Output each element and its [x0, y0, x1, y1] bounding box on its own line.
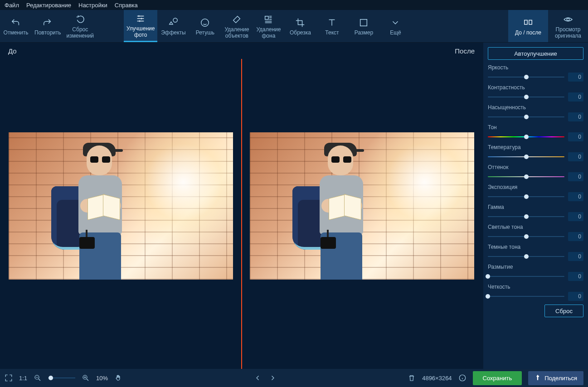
pane-before[interactable]: До [0, 43, 242, 369]
save-button[interactable]: Сохранить [473, 371, 522, 385]
tool-text[interactable]: Текст [316, 10, 348, 42]
tool-objremove[interactable]: Удалениеобъектов [221, 10, 253, 42]
tool-crop[interactable]: Обрезка [284, 10, 316, 42]
undo-icon [11, 18, 21, 28]
slider-saturation-track[interactable] [488, 115, 564, 119]
tool-enhance-label: Улучшениефото [126, 26, 155, 39]
slider-sharpness-track[interactable] [488, 294, 564, 299]
compare-divider[interactable] [241, 59, 242, 369]
menu-2[interactable]: Настройки [78, 2, 107, 9]
slider-exposure: Экспозиция0 [488, 184, 583, 201]
slider-contrast-track[interactable] [488, 95, 564, 99]
fullscreen-icon [5, 374, 13, 382]
slider-blur-track[interactable] [488, 274, 564, 279]
compare-icon [523, 18, 533, 28]
delete-button[interactable] [408, 374, 416, 382]
dimensions: 4896×3264 [422, 375, 452, 382]
menu-1[interactable]: Редактирование [26, 2, 71, 9]
zoom-out-button[interactable] [34, 374, 42, 382]
slider-temperature-track[interactable] [488, 155, 564, 159]
slider-gamma-value[interactable]: 0 [568, 212, 583, 221]
tool-crop-label: Обрезка [290, 30, 311, 36]
tool-original[interactable]: Просмотроригинала [548, 10, 588, 42]
slider-hue: Тон0 [488, 124, 583, 141]
slider-brightness-track[interactable] [488, 75, 564, 79]
label-before: До [8, 47, 17, 55]
sliders-icon [136, 14, 146, 24]
tool-original-label: Просмотроригинала [555, 27, 581, 39]
slider-saturation-value[interactable]: 0 [568, 112, 583, 121]
slider-blur: Размытие0 [488, 264, 583, 281]
tool-retouch[interactable]: Ретушь [189, 10, 221, 42]
eraser-icon [232, 15, 242, 24]
tool-beforeafter[interactable]: До / после [508, 10, 548, 42]
slider-hue-track[interactable] [488, 135, 564, 139]
photo-before [9, 132, 233, 280]
slider-tint-track[interactable] [488, 174, 564, 179]
slider-exposure-track[interactable] [488, 194, 564, 199]
tool-more[interactable]: Ещё [379, 10, 411, 42]
slider-blur-label: Размытие [488, 264, 583, 270]
tool-reset[interactable]: Сбросизменений [64, 10, 97, 42]
auto-enhance-button[interactable]: Автоулучшение [488, 47, 583, 60]
slider-highlights-value[interactable]: 0 [568, 232, 583, 241]
toolbar: ОтменитьПовторитьСбросизменений Улучшени… [0, 10, 588, 43]
slider-brightness-value[interactable]: 0 [568, 73, 583, 82]
slider-contrast-value[interactable]: 0 [568, 92, 583, 102]
menubar: ФайлРедактированиеНастройкиСправка [0, 0, 588, 10]
label-after: После [455, 47, 475, 55]
slider-exposure-value[interactable]: 0 [568, 192, 583, 201]
slider-hue-value[interactable]: 0 [568, 132, 583, 141]
tool-enhance[interactable]: Улучшениефото [124, 10, 157, 42]
tool-beforeafter-label: До / после [515, 30, 541, 36]
slider-gamma-track[interactable] [488, 214, 564, 219]
facebook-icon [535, 375, 541, 381]
workspace: До После [0, 43, 483, 369]
slider-shadows-track[interactable] [488, 254, 564, 259]
slider-tint: Оттенок0 [488, 164, 583, 181]
effects-icon [168, 18, 178, 28]
slider-brightness: Яркость0 [488, 64, 583, 82]
tool-redo[interactable]: Повторить [32, 10, 64, 42]
slider-sharpness-value[interactable]: 0 [568, 292, 583, 301]
slider-tint-value[interactable]: 0 [568, 172, 583, 181]
redo-icon [43, 18, 53, 28]
tool-retouch-label: Ретушь [196, 30, 214, 36]
menu-3[interactable]: Справка [115, 2, 138, 9]
menu-0[interactable]: Файл [5, 2, 19, 9]
tool-reset-label: Сбросизменений [67, 27, 94, 39]
pan-button[interactable] [114, 374, 122, 382]
slider-highlights-track[interactable] [488, 234, 564, 239]
resize-icon [359, 18, 369, 28]
zoom-in-button[interactable] [82, 374, 90, 382]
fullscreen-button[interactable] [5, 374, 13, 382]
share-label: Поделиться [544, 375, 577, 382]
slider-sharpness-label: Четкость [488, 284, 583, 290]
slider-sharpness: Четкость0 [488, 284, 583, 301]
tool-undo[interactable]: Отменить [0, 10, 32, 42]
slider-blur-value[interactable]: 0 [568, 272, 583, 281]
tool-resize[interactable]: Размер [348, 10, 379, 42]
prev-icon [254, 374, 262, 382]
reset-button[interactable]: Сброс [544, 305, 583, 317]
photo-after [250, 132, 474, 280]
slider-temperature-value[interactable]: 0 [568, 152, 583, 161]
share-button[interactable]: Поделиться [528, 371, 583, 385]
zoom-out-icon [34, 374, 42, 382]
statusbar: 1:1 10% 4896×3264 Сохранить Поделиться [0, 369, 588, 387]
face-icon [200, 18, 210, 28]
slider-shadows-value[interactable]: 0 [568, 252, 583, 261]
tool-bgremove-label: Удалениефона [256, 27, 281, 39]
pane-after[interactable]: После [242, 43, 483, 369]
crop-icon [295, 18, 305, 28]
slider-temperature: Температура0 [488, 144, 583, 161]
tool-bgremove[interactable]: Удалениефона [253, 10, 284, 42]
next-button[interactable] [268, 374, 277, 382]
zoom-slider[interactable] [48, 377, 75, 378]
prev-button[interactable] [254, 374, 262, 382]
slider-highlights-label: Светлые тона [488, 224, 583, 230]
slider-gamma: Гамма0 [488, 204, 583, 221]
info-button[interactable] [458, 374, 467, 382]
fit-ratio[interactable]: 1:1 [19, 375, 27, 382]
tool-effects[interactable]: Эффекты [157, 10, 189, 42]
